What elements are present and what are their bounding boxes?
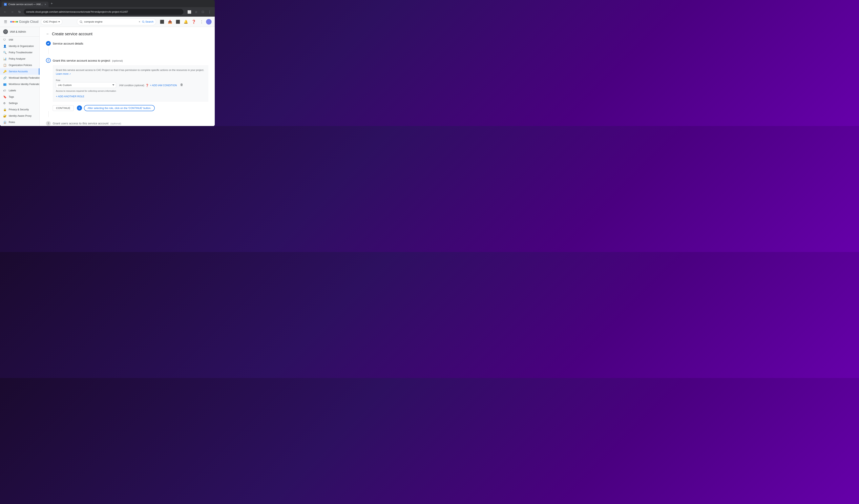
role-label: Role <box>56 79 116 81</box>
search-btn-icon <box>142 20 145 23</box>
project-label: C4C Project <box>43 20 57 23</box>
search-btn[interactable]: Search <box>142 20 153 23</box>
sidebar-item-settings[interactable]: ⚙ Settings <box>0 100 40 106</box>
roles-icon: 👔 <box>3 121 7 124</box>
project-selector[interactable]: C4C Project ▾ <box>41 19 62 25</box>
sidebar-item-service-accounts[interactable]: 🔑 Service Accounts <box>0 68 40 75</box>
more-options-btn[interactable]: ⋮ <box>198 18 205 25</box>
top-nav: ☰ Google Cloud C4C Project ▾ × <box>0 17 215 27</box>
step-2-title: Grant this service account access to pro… <box>53 59 110 62</box>
logo-dot-green <box>16 21 18 22</box>
logo-text: Google Cloud <box>19 20 39 24</box>
notifications-btn[interactable]: 🔔 <box>182 18 190 25</box>
step-2-btn-row: CONTINUE 6 After selecting the role, cli… <box>53 105 208 111</box>
hamburger-btn[interactable]: ☰ <box>3 19 8 25</box>
roles-label: Roles <box>9 121 15 124</box>
back-btn[interactable]: ← <box>46 32 49 36</box>
profile-btn[interactable]: □ <box>200 9 206 15</box>
tags-icon: 🔖 <box>3 95 7 98</box>
policy-troubleshooter-icon: 🔍 <box>3 51 7 54</box>
sidebar-header-title: IAM & Admin <box>10 30 26 33</box>
sidebar-item-privacy-security[interactable]: 🔒 Privacy & Security <box>0 106 40 113</box>
search-bar: × Search <box>77 18 156 25</box>
tab-favicon: G <box>4 3 7 6</box>
role-hint: Access to resources required for collect… <box>56 90 116 92</box>
nav-refresh-btn[interactable]: ↻ <box>17 9 22 15</box>
logo-colors <box>10 21 18 22</box>
sidebar: 🛡 IAM & Admin 🛡 IAM 👤 Identity & Organiz… <box>0 27 40 126</box>
terminal-btn[interactable]: ⬛ <box>174 18 181 25</box>
policy-analyzer-label: Policy Analyzer <box>9 58 26 60</box>
sidebar-item-labels[interactable]: 🏷 Labels <box>0 87 40 94</box>
browser-frame: G Create service account — IAM… × + ← → … <box>0 0 215 126</box>
new-tab-btn[interactable]: + <box>49 1 55 6</box>
continue-btn[interactable]: CONTINUE <box>53 105 74 111</box>
browser-actions: ⬜ ☆ □ ⋮ <box>186 9 212 15</box>
page-title: Create service account <box>52 32 92 36</box>
role-select[interactable]: c4c Custom <box>56 82 116 88</box>
step-3-number: 3 <box>46 121 51 126</box>
tooltip-text: After selecting the role, click on the '… <box>84 105 155 111</box>
privacy-security-label: Privacy & Security <box>9 108 29 111</box>
upload-btn[interactable]: 📤 <box>166 18 174 25</box>
role-field: Role c4c Custom Access to resources requ… <box>56 79 116 92</box>
iam-condition-help-icon[interactable]: ❓ <box>146 84 149 87</box>
step-3-title: Grant users access to this service accou… <box>53 122 108 125</box>
step-3-header: 3 Grant users access to this service acc… <box>46 121 208 126</box>
logo-dot-yellow <box>14 21 16 22</box>
help-btn[interactable]: ❓ <box>190 18 197 25</box>
sidebar-item-org-policies[interactable]: 📋 Organization Policies <box>0 62 40 68</box>
address-bar: ← → ↻ ⬜ ☆ □ ⋮ <box>0 7 215 17</box>
sidebar-item-policy-analyzer[interactable]: 📊 Policy Analyzer <box>0 56 40 62</box>
identity-org-icon: 👤 <box>3 45 7 48</box>
sidebar-item-workforce-identity[interactable]: 👥 Workforce Identity Federation <box>0 81 40 87</box>
top-nav-actions: ⬛ 📤 ⬛ 🔔 ❓ ⋮ <box>159 18 212 25</box>
search-input[interactable] <box>84 20 137 23</box>
user-avatar[interactable] <box>206 19 212 25</box>
step-2-header: 2 Grant this service account access to p… <box>46 58 208 63</box>
add-role-btn[interactable]: + ADD ANOTHER ROLE <box>56 94 84 99</box>
cloud-shell-btn[interactable]: ⬛ <box>159 18 166 25</box>
svg-point-0 <box>80 20 82 22</box>
tags-label: Tags <box>9 95 14 98</box>
sidebar-header: 🛡 IAM & Admin <box>0 27 40 37</box>
more-btn[interactable]: ⋮ <box>207 9 212 15</box>
workforce-identity-label: Workforce Identity Federation <box>9 83 40 86</box>
service-accounts-icon: 🔑 <box>3 70 7 73</box>
sidebar-item-identity-org[interactable]: 👤 Identity & Organization <box>0 43 40 49</box>
active-tab[interactable]: G Create service account — IAM… × <box>2 2 48 7</box>
search-clear-btn[interactable]: × <box>139 20 140 23</box>
org-policies-label: Organization Policies <box>9 64 32 66</box>
add-condition-btn[interactable]: + ADD IAM CONDITION <box>150 84 177 87</box>
tab-bar: G Create service account — IAM… × + <box>0 0 215 7</box>
step-2-number: 2 <box>46 58 51 63</box>
delete-role-btn[interactable]: 🗑 <box>180 83 183 87</box>
nav-back-btn[interactable]: ← <box>2 9 8 15</box>
url-input[interactable] <box>24 9 183 15</box>
search-btn-label: Search <box>146 20 153 23</box>
content-area: 🛡 IAM & Admin 🛡 IAM 👤 Identity & Organiz… <box>0 27 215 126</box>
tab-close-btn[interactable]: × <box>45 3 46 6</box>
bookmark-btn[interactable]: ☆ <box>193 9 199 15</box>
sidebar-item-roles[interactable]: 👔 Roles <box>0 119 40 125</box>
learn-more-link[interactable]: Learn more <box>56 73 69 75</box>
labels-icon: 🏷 <box>3 89 7 92</box>
identity-aware-proxy-icon: 🔐 <box>3 114 7 118</box>
cast-btn[interactable]: ⬜ <box>186 9 192 15</box>
iam-condition-label: IAM condition (optional) <box>119 84 144 87</box>
sidebar-item-identity-aware-proxy[interactable]: 🔐 Identity-Aware Proxy <box>0 113 40 119</box>
tooltip-container: 6 After selecting the role, click on the… <box>77 105 155 111</box>
sidebar-item-iam[interactable]: 🛡 IAM <box>0 37 40 43</box>
workload-identity-label: Workload Identity Federation <box>9 76 40 79</box>
sidebar-item-tags[interactable]: 🔖 Tags <box>0 94 40 100</box>
sidebar-item-workload-identity[interactable]: 🔗 Workload Identity Federation <box>0 75 40 81</box>
project-dropdown-icon: ▾ <box>58 20 60 23</box>
role-row: Role c4c Custom Access to resources requ… <box>56 79 205 92</box>
nav-forward-btn[interactable]: → <box>10 9 15 15</box>
sidebar-item-policy-troubleshooter[interactable]: 🔍 Policy Troubleshooter <box>0 49 40 56</box>
policy-analyzer-icon: 📊 <box>3 57 7 60</box>
workload-identity-icon: 🔗 <box>3 76 7 79</box>
privacy-security-icon: 🔒 <box>3 108 7 111</box>
sidebar-item-audit-logs[interactable]: 📝 Audit Logs <box>0 125 40 126</box>
svg-line-3 <box>144 22 144 23</box>
